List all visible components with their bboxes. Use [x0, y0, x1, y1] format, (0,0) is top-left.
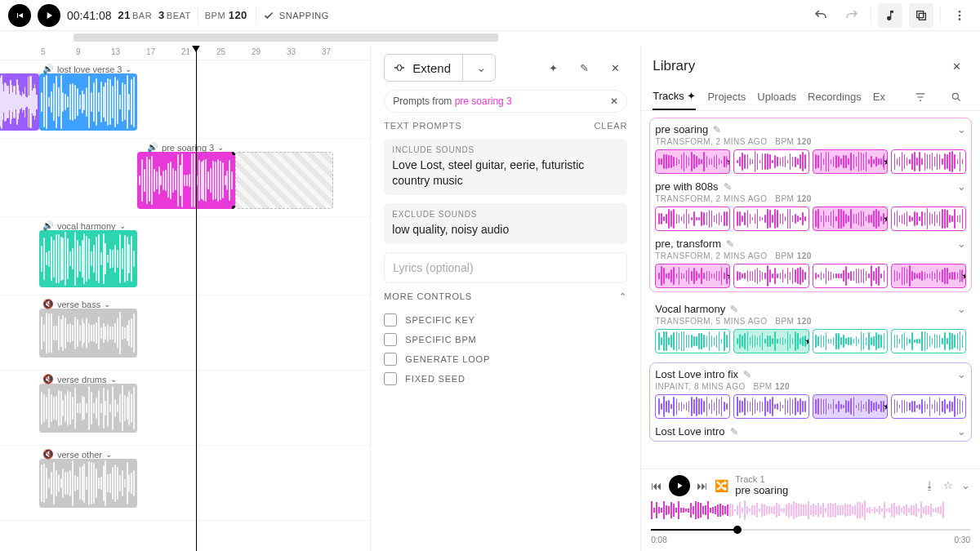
library-tabs: Tracks ✦ Projects Uploads Recordings Ex: [641, 83, 980, 111]
control-specific-bpm[interactable]: SPECIFIC BPM: [384, 330, 627, 349]
thumb[interactable]: ★: [655, 264, 730, 288]
edit-icon[interactable]: ✎: [572, 56, 596, 80]
bpm-indicator[interactable]: BPM 120: [205, 9, 249, 21]
undo-button[interactable]: [808, 3, 833, 28]
thumb[interactable]: ★: [813, 207, 888, 231]
control-specific-key[interactable]: SPECIFIC KEY: [384, 310, 627, 330]
library-item[interactable]: pre, transform✎⌄ TRANSFORM, 2 MINS AGO B…: [655, 238, 966, 288]
thumb[interactable]: ★: [733, 329, 808, 353]
more-controls-toggle[interactable]: MORE CONTROLS ⌃: [384, 291, 627, 302]
chevron-down-icon[interactable]: ⌄: [470, 60, 487, 75]
control-generate-loop[interactable]: GENERATE LOOP: [384, 349, 627, 369]
redo-button[interactable]: [840, 3, 864, 28]
layers-button[interactable]: [909, 3, 933, 28]
edit-icon[interactable]: ✎: [730, 304, 738, 315]
sparkle-icon[interactable]: ✦: [541, 56, 565, 80]
track-label[interactable]: 🔊 lost love verse 3 ⌄: [42, 64, 131, 74]
extend-button[interactable]: Extend ⌄: [384, 54, 496, 82]
music-note-button[interactable]: [878, 3, 902, 28]
beat-indicator: 3BEAT: [158, 9, 191, 21]
audio-clip[interactable]: [39, 309, 137, 358]
thumb[interactable]: [655, 329, 730, 353]
thumb[interactable]: [733, 149, 808, 174]
prompts-from-chip[interactable]: Prompts from pre soaring 3 ✕: [384, 90, 627, 113]
close-icon[interactable]: ✕: [610, 96, 618, 107]
library-group: Lost Love intro fix✎⌄ INPAINT, 8 MINS AG…: [649, 362, 972, 442]
more-menu-button[interactable]: [947, 3, 972, 28]
download-icon[interactable]: ⭳: [924, 479, 935, 491]
edit-icon[interactable]: ✎: [743, 369, 751, 380]
control-fixed-seed[interactable]: FIXED SEED: [384, 369, 627, 389]
player-prev-button[interactable]: ⏮: [651, 479, 662, 492]
audio-clip[interactable]: [39, 73, 137, 131]
track-label[interactable]: 🔊 pre soaring 3 ⌄: [147, 142, 224, 153]
timeline[interactable]: 5 9 13 17 21 25 29 33 37 🔊 lost love ver…: [0, 46, 370, 551]
library-item[interactable]: pre with 808s✎⌄ TRANSFORM, 2 MINS AGO BP…: [655, 180, 966, 231]
audio-clip[interactable]: [39, 230, 137, 287]
player-waveform[interactable]: [651, 500, 970, 521]
player-play-button[interactable]: [669, 475, 690, 496]
library-item[interactable]: Lost Love intro✎⌄: [655, 425, 966, 438]
tab-projects[interactable]: Projects: [707, 84, 746, 109]
thumb[interactable]: [891, 329, 966, 353]
tab-extra[interactable]: Ex: [873, 84, 885, 109]
library-item[interactable]: Vocal harmony✎⌄ TRANSFORM, 5 MINS AGO BP…: [649, 297, 972, 358]
chevron-down-icon: ⌄: [110, 375, 117, 384]
audio-clip[interactable]: [137, 152, 235, 209]
track-label[interactable]: 🔇 verse bass ⌄: [42, 299, 110, 309]
thumb[interactable]: [733, 207, 808, 231]
include-sounds-input[interactable]: INCLUDE SOUNDS Love Lost, steel guitar, …: [384, 139, 627, 195]
thumb[interactable]: ★: [655, 149, 730, 174]
mute-icon: 🔇: [42, 374, 54, 384]
exclude-sounds-input[interactable]: EXCLUDE SOUNDS low quality, noisy audio: [384, 203, 627, 244]
tab-tracks[interactable]: Tracks ✦: [653, 83, 696, 110]
library-item[interactable]: Lost Love intro fix✎⌄ INPAINT, 8 MINS AG…: [655, 368, 966, 419]
edit-icon[interactable]: ✎: [724, 181, 732, 193]
lyrics-input[interactable]: Lyrics (optional): [384, 252, 627, 283]
track-label[interactable]: 🔊 vocal harmony ⌄: [42, 220, 126, 231]
player-scrubber[interactable]: [651, 524, 970, 535]
clear-button[interactable]: CLEAR: [595, 121, 628, 131]
audio-clip[interactable]: [39, 384, 137, 433]
thumb[interactable]: [813, 264, 888, 288]
thumb[interactable]: ★: [813, 149, 888, 174]
thumb[interactable]: [655, 394, 730, 419]
svg-point-4: [959, 18, 961, 20]
snapping-toggle[interactable]: SNAPPING: [263, 10, 329, 21]
thumb[interactable]: ★: [891, 264, 966, 288]
thumb[interactable]: [891, 207, 966, 231]
tab-recordings[interactable]: Recordings: [808, 84, 862, 109]
thumb[interactable]: [733, 264, 808, 288]
shuffle-icon[interactable]: 🔀: [715, 479, 728, 492]
star-icon: ★: [883, 401, 884, 412]
play-button[interactable]: [38, 4, 60, 27]
skip-back-button[interactable]: [8, 4, 31, 27]
close-icon[interactable]: ✕: [603, 56, 627, 80]
thumb[interactable]: [891, 394, 966, 419]
thumb[interactable]: [813, 329, 888, 353]
edit-icon[interactable]: ✎: [726, 238, 734, 250]
chevron-down-icon[interactable]: ⌄: [961, 479, 970, 491]
search-icon[interactable]: [944, 85, 969, 109]
minimap[interactable]: [0, 31, 980, 46]
edit-icon[interactable]: ✎: [713, 124, 721, 136]
track-label[interactable]: 🔇 verse drums ⌄: [42, 374, 117, 384]
thumb[interactable]: [733, 394, 808, 419]
library-item[interactable]: pre soaring✎⌄ TRANSFORM, 2 MINS AGO BPM …: [655, 123, 966, 174]
star-icon[interactable]: ☆: [943, 479, 953, 491]
thumb[interactable]: [655, 207, 730, 231]
edit-icon[interactable]: ✎: [730, 426, 738, 438]
track-label[interactable]: 🔇 verse other ⌄: [42, 449, 112, 460]
filter-icon[interactable]: [908, 85, 933, 109]
ghost-clip[interactable]: [235, 152, 333, 209]
audio-clip[interactable]: [0, 73, 39, 131]
thumb[interactable]: ★: [813, 394, 888, 419]
library-group: pre soaring✎⌄ TRANSFORM, 2 MINS AGO BPM …: [649, 118, 972, 292]
close-icon[interactable]: ✕: [944, 54, 969, 78]
player-next-button[interactable]: ⏭: [697, 479, 708, 492]
ruler[interactable]: 5 9 13 17 21 25 29 33 37: [0, 46, 370, 60]
tab-uploads[interactable]: Uploads: [757, 84, 796, 109]
audio-clip[interactable]: [39, 459, 137, 508]
playhead[interactable]: [196, 46, 197, 551]
thumb[interactable]: [891, 149, 966, 174]
